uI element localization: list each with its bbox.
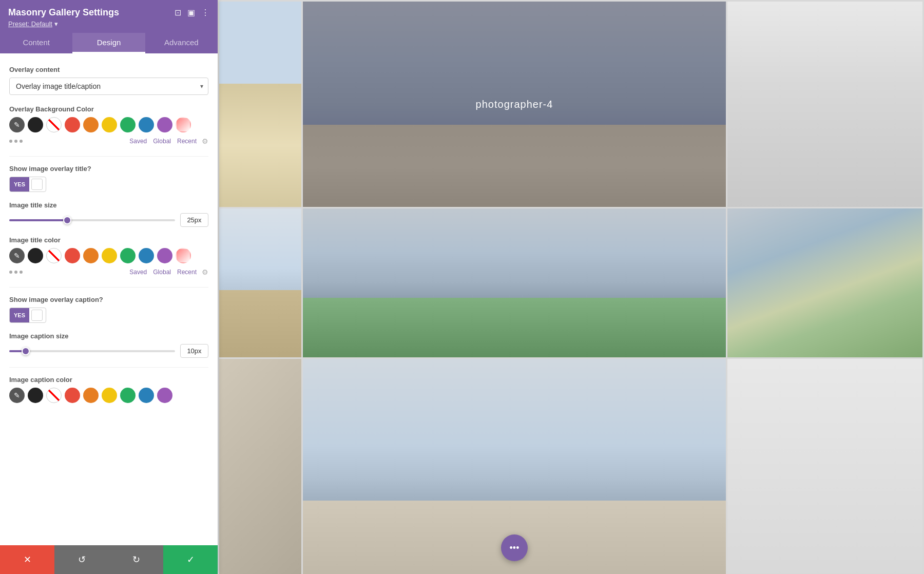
saved-tab[interactable]: Saved bbox=[126, 137, 150, 146]
layout-icon[interactable]: ▣ bbox=[187, 8, 195, 17]
show-overlay-title-row: Show image overlay title? YES bbox=[9, 165, 208, 192]
image-title-size-value[interactable]: 25px bbox=[180, 213, 208, 227]
title-color-swatch-orange[interactable] bbox=[83, 248, 99, 263]
overlay-title-toggle[interactable]: YES bbox=[9, 177, 46, 192]
caption-color-swatch-orange[interactable] bbox=[83, 388, 99, 403]
title-color-swatch-blue[interactable] bbox=[139, 248, 154, 263]
color-dot-3 bbox=[20, 140, 23, 143]
caption-toggle-yes-label: YES bbox=[10, 308, 29, 322]
caption-color-swatch-purple[interactable] bbox=[157, 388, 172, 403]
title-color-dot-1 bbox=[9, 271, 12, 274]
color-swatch-black[interactable] bbox=[28, 117, 43, 132]
preset-label[interactable]: Preset: Default bbox=[8, 20, 209, 28]
image-title-size-label: Image title size bbox=[9, 201, 208, 209]
color-dot-1 bbox=[9, 140, 12, 143]
title-recent-tab[interactable]: Recent bbox=[174, 267, 200, 277]
color-swatch-purple[interactable] bbox=[157, 117, 172, 132]
bottom-bar: ✕ ↺ ↻ ✓ bbox=[0, 545, 218, 574]
gallery-item-4[interactable] bbox=[219, 208, 301, 357]
color-swatch-green[interactable] bbox=[120, 117, 136, 132]
global-tab[interactable]: Global bbox=[150, 137, 174, 146]
image-title-color-label: Image title color bbox=[9, 236, 208, 244]
sidebar-header: Masonry Gallery Settings ⊡ ▣ ⋮ Preset: D… bbox=[0, 0, 218, 33]
sidebar: Masonry Gallery Settings ⊡ ▣ ⋮ Preset: D… bbox=[0, 0, 218, 574]
title-color-swatch-black[interactable] bbox=[28, 248, 43, 263]
title-color-swatch-yellow[interactable] bbox=[102, 248, 117, 263]
title-color-swatch-purple[interactable] bbox=[157, 248, 172, 263]
caption-color-swatch-green[interactable] bbox=[120, 388, 136, 403]
image-title-size-row: Image title size 25px bbox=[9, 201, 208, 227]
image-title-size-slider-container: 25px bbox=[9, 213, 208, 227]
image-caption-size-track[interactable] bbox=[9, 350, 175, 352]
gallery-overlay-text: photographer-4 bbox=[476, 99, 553, 110]
cancel-button[interactable]: ✕ bbox=[0, 545, 54, 574]
image-caption-color-section: Image caption color ✎ bbox=[9, 376, 208, 403]
gallery-item-2-overlay: photographer-4 bbox=[303, 2, 726, 207]
color-swatch-red[interactable] bbox=[65, 117, 80, 132]
image-caption-size-thumb[interactable] bbox=[22, 347, 30, 355]
caption-color-swatch-transparent[interactable] bbox=[46, 388, 62, 403]
show-overlay-caption-row: Show image overlay caption? YES bbox=[9, 296, 208, 323]
overlay-content-select[interactable]: Overlay image title/caption None Custom bbox=[9, 78, 208, 95]
floating-action-button[interactable]: ••• bbox=[501, 534, 528, 561]
color-swatch-yellow[interactable] bbox=[102, 117, 117, 132]
redo-button[interactable]: ↻ bbox=[109, 545, 163, 574]
color-swatch-transparent[interactable] bbox=[46, 117, 62, 132]
caption-eyedropper-icon[interactable]: ✎ bbox=[9, 388, 25, 403]
title-saved-tab[interactable]: Saved bbox=[126, 267, 150, 277]
gallery-item-7[interactable] bbox=[219, 359, 301, 574]
tab-content[interactable]: Content bbox=[0, 33, 72, 53]
gallery-item-9[interactable] bbox=[727, 359, 922, 574]
more-icon[interactable]: ⋮ bbox=[201, 8, 209, 17]
gallery-item-3[interactable] bbox=[727, 2, 922, 207]
image-title-color-section: Image title color ✎ Saved bbox=[9, 236, 208, 277]
color-swatch-orange[interactable] bbox=[83, 117, 99, 132]
tab-advanced[interactable]: Advanced bbox=[145, 33, 218, 53]
color-swatch-eraser[interactable] bbox=[176, 117, 191, 132]
divider-3 bbox=[9, 367, 208, 368]
color-dot-2 bbox=[14, 140, 17, 143]
gallery-item-8[interactable]: ••• bbox=[303, 359, 726, 574]
title-color-dot-3 bbox=[20, 271, 23, 274]
overlay-bg-color-section: Overlay Background Color ✎ Save bbox=[9, 105, 208, 146]
title-color-swatch-eraser[interactable] bbox=[176, 248, 191, 263]
title-color-swatch-green[interactable] bbox=[120, 248, 136, 263]
overlay-caption-toggle[interactable]: YES bbox=[9, 308, 46, 323]
image-caption-size-slider-container: 10px bbox=[9, 344, 208, 358]
tab-design[interactable]: Design bbox=[72, 33, 145, 53]
image-caption-size-value[interactable]: 10px bbox=[180, 344, 208, 358]
caption-color-swatch-black[interactable] bbox=[28, 388, 43, 403]
gallery-item-1[interactable] bbox=[219, 2, 301, 207]
undo-button[interactable]: ↺ bbox=[54, 545, 109, 574]
divider-1 bbox=[9, 156, 208, 157]
image-caption-size-row: Image caption size 10px bbox=[9, 332, 208, 358]
eyedropper-icon[interactable]: ✎ bbox=[9, 117, 25, 132]
image-title-size-track[interactable] bbox=[9, 219, 175, 221]
panel-title: Masonry Gallery Settings bbox=[8, 7, 119, 18]
save-button[interactable]: ✓ bbox=[163, 545, 218, 574]
tabs-bar: Content Design Advanced bbox=[0, 33, 218, 53]
resize-icon[interactable]: ⊡ bbox=[175, 8, 181, 17]
gallery-item-2[interactable]: photographer-4 bbox=[303, 2, 726, 207]
overlay-bg-color-row: ✎ bbox=[9, 117, 208, 132]
image-caption-color-row: ✎ bbox=[9, 388, 208, 403]
color-settings-icon[interactable]: ⚙ bbox=[202, 137, 208, 145]
caption-color-swatch-blue[interactable] bbox=[139, 388, 154, 403]
title-eyedropper-icon[interactable]: ✎ bbox=[9, 248, 25, 263]
color-swatch-blue[interactable] bbox=[139, 117, 154, 132]
title-global-tab[interactable]: Global bbox=[150, 267, 174, 277]
title-color-swatch-red[interactable] bbox=[65, 248, 80, 263]
recent-tab[interactable]: Recent bbox=[174, 137, 200, 146]
gallery-item-6[interactable] bbox=[727, 208, 922, 357]
caption-color-swatch-yellow[interactable] bbox=[102, 388, 117, 403]
gallery: photographer-4 ••• bbox=[218, 0, 924, 574]
title-color-swatch-transparent[interactable] bbox=[46, 248, 62, 263]
caption-color-swatch-red[interactable] bbox=[65, 388, 80, 403]
gallery-item-5[interactable] bbox=[303, 208, 726, 357]
toggle-handle bbox=[31, 179, 43, 190]
title-color-settings-icon[interactable]: ⚙ bbox=[202, 268, 208, 276]
title-color-tabs-row: Saved Global Recent ⚙ bbox=[9, 267, 208, 277]
image-title-size-thumb[interactable] bbox=[63, 216, 71, 224]
divider-2 bbox=[9, 287, 208, 288]
overlay-bg-color-label: Overlay Background Color bbox=[9, 105, 208, 113]
